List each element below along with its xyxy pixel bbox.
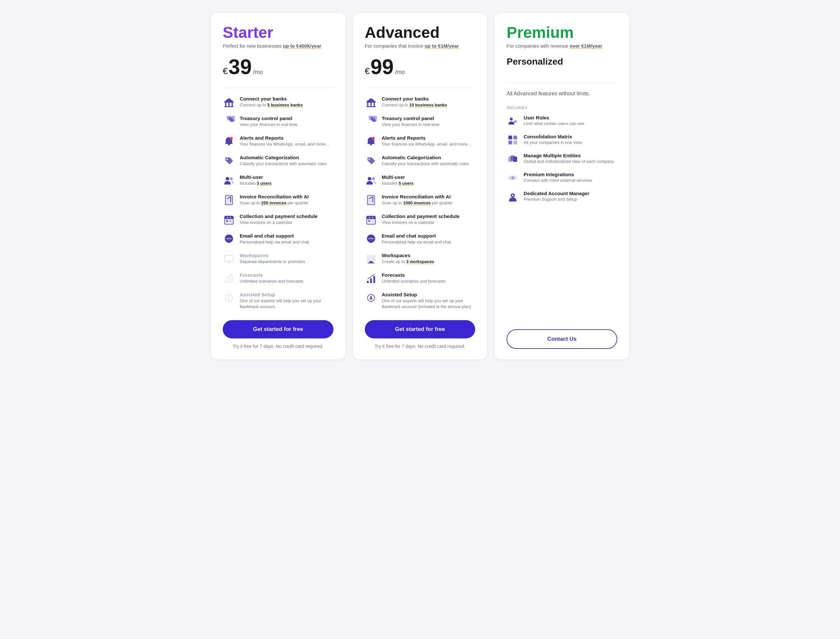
svg-rect-29 (225, 281, 226, 283)
starter-subtitle: Perfect for new businesses up to €400k/y… (223, 43, 333, 49)
advanced-amount: 99 (370, 56, 394, 77)
svg-rect-35 (370, 103, 372, 106)
svg-rect-52 (368, 220, 370, 222)
list-item: Workspaces Separate departments or premi… (223, 253, 333, 265)
starter-trial-note: Try it free for 7 days. No credit card r… (223, 343, 333, 349)
svg-rect-3 (231, 103, 233, 106)
list-item: Treasury control panel View your finance… (223, 116, 333, 128)
svg-point-56 (372, 238, 373, 239)
svg-rect-1 (225, 103, 226, 106)
svg-rect-37 (366, 106, 376, 107)
svg-rect-49 (367, 216, 375, 219)
premium-title: Premium (507, 25, 617, 40)
svg-rect-57 (367, 255, 375, 261)
svg-rect-21 (230, 220, 231, 222)
calendar-icon (223, 213, 235, 226)
workspace-icon (365, 253, 377, 265)
svg-rect-26 (225, 255, 234, 261)
list-item: Invoice Reconciliation with AI Scan up t… (223, 194, 333, 206)
list-item: Collection and payment schedule View inv… (365, 213, 475, 226)
roles-icon (507, 115, 519, 127)
svg-rect-58 (369, 261, 373, 263)
svg-point-10 (226, 177, 229, 180)
premium-includes-list: User Roles Limit what certain users can … (507, 115, 617, 323)
svg-rect-72 (513, 157, 517, 162)
starter-price-row: € 39 /mo (223, 56, 333, 77)
premium-cta-button[interactable]: Contact Us (507, 329, 617, 349)
svg-rect-34 (367, 103, 368, 106)
svg-point-41 (372, 137, 375, 140)
forecast-icon (223, 272, 235, 285)
svg-point-50 (369, 217, 370, 218)
starter-cta-button[interactable]: Get started for free (223, 320, 333, 339)
svg-point-24 (228, 238, 230, 239)
bell-icon (365, 135, 377, 148)
svg-rect-2 (228, 103, 230, 106)
list-item: Email and chat support Personalized help… (223, 233, 333, 245)
all-features-note: All Advanced features without limits. (507, 91, 617, 97)
list-item: Collection and payment schedule View inv… (223, 213, 333, 226)
svg-rect-36 (374, 103, 375, 106)
svg-point-54 (368, 238, 370, 239)
svg-point-25 (230, 238, 231, 239)
bank-icon (223, 96, 235, 108)
advanced-cta-button[interactable]: Get started for free (365, 320, 475, 339)
svg-point-8 (230, 137, 233, 140)
svg-rect-4 (225, 106, 234, 107)
svg-point-43 (368, 177, 371, 180)
svg-point-18 (230, 217, 231, 218)
advanced-subtitle: For companies that invoice up to €1M/yea… (365, 43, 475, 49)
svg-rect-67 (513, 136, 517, 140)
premium-card: Premium For companies with revenue over … (495, 13, 629, 359)
svg-rect-33 (366, 102, 376, 103)
pricing-grid: Starter Perfect for new businesses up to… (211, 13, 629, 359)
svg-rect-40 (370, 144, 372, 145)
premium-subtitle: For companies with revenue over €1M/year (507, 43, 617, 49)
svg-rect-12 (225, 196, 233, 205)
list-item: Automatic Categorization Classify your t… (223, 155, 333, 167)
advanced-period: /mo (395, 69, 405, 76)
bank-icon (365, 96, 377, 108)
invoice-icon (365, 194, 377, 206)
svg-point-55 (370, 238, 372, 239)
list-item: Automatic Categorization Classify your t… (365, 155, 475, 167)
list-item: Connect your banks Connect up to 10 busi… (365, 96, 475, 108)
list-item: Assisted Setup One of our experts will h… (365, 292, 475, 310)
svg-point-6 (228, 121, 231, 123)
premium-feature-account-manager: Dedicated Account Manager Premium Suppor… (507, 191, 617, 203)
svg-rect-62 (373, 276, 375, 283)
advanced-card: Advanced For companies that invoice up t… (353, 13, 487, 359)
list-item: Multi-user Includes 3 users (223, 174, 333, 187)
pie-icon (223, 116, 235, 128)
svg-point-42 (368, 158, 370, 160)
svg-marker-5 (225, 98, 234, 102)
starter-card: Starter Perfect for new businesses up to… (211, 13, 345, 359)
entities-icon (507, 153, 519, 165)
list-item: Invoice Reconciliation with AI Scan up t… (365, 194, 475, 206)
users-icon (223, 174, 235, 187)
integrations-icon (507, 172, 519, 184)
svg-point-9 (226, 158, 228, 160)
advanced-currency: € (365, 66, 370, 76)
advanced-title: Advanced (365, 25, 475, 40)
premium-feature-matrix: Consolidation Matrix All your companies … (507, 134, 617, 146)
list-item: Alerts and Reports Your finances via Wha… (223, 135, 333, 148)
svg-point-39 (369, 121, 372, 123)
starter-title: Starter (223, 25, 333, 40)
svg-rect-27 (227, 261, 231, 263)
chat-icon (365, 233, 377, 245)
list-item: Assisted Setup One of our experts will h… (223, 292, 333, 310)
pie-icon (365, 116, 377, 128)
svg-rect-0 (225, 102, 234, 103)
workspace-icon (223, 253, 235, 265)
svg-rect-31 (231, 276, 233, 283)
bell-icon (223, 135, 235, 148)
premium-divider (507, 83, 617, 83)
invoice-icon (223, 194, 235, 206)
svg-rect-20 (226, 220, 228, 222)
premium-feature-integrations: Premium Integrations Connect with more e… (507, 172, 617, 184)
account-manager-icon (507, 191, 519, 203)
starter-features: Connect your banks Connect up to 5 busin… (223, 96, 333, 310)
svg-rect-68 (508, 141, 512, 145)
list-item: Email and chat support Personalized help… (365, 233, 475, 245)
